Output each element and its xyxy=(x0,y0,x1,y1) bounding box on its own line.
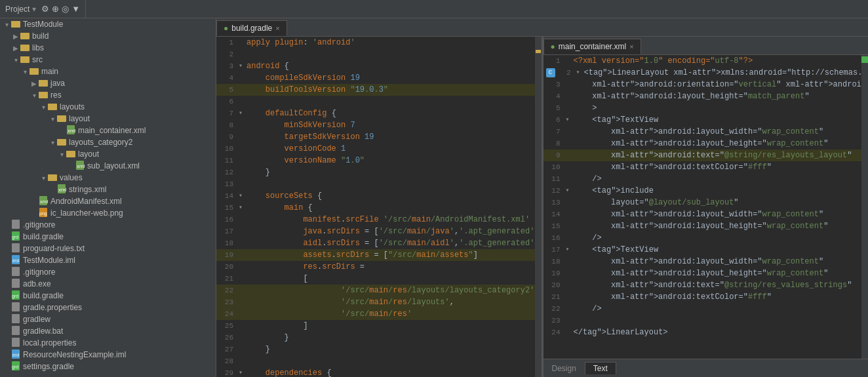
fold-arrow[interactable] xyxy=(239,320,247,332)
tree-item-build[interactable]: ▶build xyxy=(0,30,216,42)
fold-arrow[interactable] xyxy=(566,197,574,208)
fold-arrow[interactable] xyxy=(566,161,574,173)
fold-arrow[interactable] xyxy=(566,55,574,67)
tree-arrow-res[interactable]: ▾ xyxy=(30,92,38,99)
tree-item-res[interactable]: ▾res xyxy=(0,89,216,101)
tree-arrow-src[interactable]: ▾ xyxy=(12,56,20,64)
fold-arrow[interactable]: ▾ xyxy=(239,367,247,377)
tree-item-main_container_xml[interactable]: xmlmain_container.xml xyxy=(0,125,216,136)
fold-arrow[interactable]: ▾ xyxy=(566,244,574,256)
tree-item-layout2[interactable]: ▾layout xyxy=(0,148,216,160)
fold-arrow[interactable] xyxy=(239,285,247,296)
project-tab[interactable]: Project ▾ ⚙ ⊕ ◎ ▼ xyxy=(0,0,86,18)
fold-arrow[interactable]: ▾ xyxy=(566,114,574,126)
settings-icon[interactable]: ⚙ xyxy=(41,4,49,14)
gradle-editor[interactable]: 1 apply plugin: 'android'2 3▾android {4 … xyxy=(216,37,542,377)
tree-item-ic_launcher[interactable]: pngic_launcher-web.png xyxy=(0,207,216,219)
fold-arrow[interactable] xyxy=(566,79,574,90)
tab-main-container-xml[interactable]: ● main_container.xml × xyxy=(543,39,641,54)
fold-arrow[interactable] xyxy=(566,90,574,102)
fold-arrow[interactable] xyxy=(566,291,574,303)
xml-editor[interactable]: ● main_container.xml × 1 <?xml version="… xyxy=(542,37,869,377)
tree-item-proguard[interactable]: proguard-rules.txt xyxy=(0,243,216,254)
tree-item-java[interactable]: ▶java xyxy=(0,77,216,89)
tree-item-testmodule_iml[interactable]: imlTestModule.iml xyxy=(0,254,216,266)
fold-arrow[interactable] xyxy=(566,327,574,338)
fold-arrow[interactable] xyxy=(239,308,247,320)
fold-arrow[interactable] xyxy=(239,355,247,367)
fold-arrow[interactable] xyxy=(566,256,574,268)
tree-item-gradlew_bat[interactable]: gradlew.bat xyxy=(0,325,216,337)
fold-arrow[interactable] xyxy=(239,273,247,285)
tree-item-gitignore2[interactable]: .gitignore xyxy=(0,266,216,278)
fold-arrow[interactable] xyxy=(566,208,574,220)
target-icon[interactable]: ◎ xyxy=(62,4,69,14)
tree-arrow-main[interactable]: ▾ xyxy=(21,68,29,75)
fold-arrow[interactable] xyxy=(239,261,247,273)
fold-arrow[interactable] xyxy=(239,119,247,131)
tree-item-values[interactable]: ▾values xyxy=(0,172,216,184)
tree-item-local_properties[interactable]: local.properties xyxy=(0,337,216,349)
fold-arrow[interactable] xyxy=(566,315,574,327)
tree-arrow-layouts[interactable]: ▾ xyxy=(39,104,47,111)
tree-item-layouts[interactable]: ▾layouts xyxy=(0,101,216,113)
tree-item-testmodule[interactable]: ▾TestModule xyxy=(0,18,216,30)
tab-build-gradle-close[interactable]: × xyxy=(275,24,279,32)
tree-item-gradlew[interactable]: gradlew xyxy=(0,313,216,325)
fold-arrow[interactable]: ▾ xyxy=(566,185,574,197)
tree-item-layout[interactable]: ▾layout xyxy=(0,113,216,125)
tree-item-layouts_category2[interactable]: ▾layouts_category2 xyxy=(0,136,216,148)
tree-arrow-testmodule[interactable]: ▾ xyxy=(3,21,10,28)
fold-arrow[interactable] xyxy=(239,167,247,178)
tree-item-build_gradle2[interactable]: grdbuild.gradle xyxy=(0,290,216,302)
tab-xml-close[interactable]: × xyxy=(629,43,633,50)
fold-arrow[interactable] xyxy=(239,37,247,49)
tab-text[interactable]: Text xyxy=(585,362,616,374)
fold-arrow[interactable]: ▾ xyxy=(239,60,247,72)
tree-arrow-values[interactable]: ▾ xyxy=(39,174,47,182)
fold-arrow[interactable] xyxy=(566,303,574,315)
fold-arrow[interactable] xyxy=(239,155,247,167)
fold-arrow[interactable] xyxy=(239,96,247,108)
fold-arrow[interactable] xyxy=(239,249,247,261)
fold-arrow[interactable] xyxy=(566,126,574,138)
fold-arrow[interactable] xyxy=(566,149,574,161)
tree-arrow-build[interactable]: ▶ xyxy=(12,33,20,40)
fold-arrow[interactable] xyxy=(566,232,574,244)
fold-arrow[interactable] xyxy=(239,178,247,190)
tree-arrow-layouts_category2[interactable]: ▾ xyxy=(49,139,56,146)
fold-arrow[interactable] xyxy=(239,296,247,308)
tree-item-settings_gradle[interactable]: grdsettings.gradle xyxy=(0,361,216,372)
fold-arrow[interactable] xyxy=(566,138,574,149)
tab-build-gradle[interactable]: ● build.gradle × xyxy=(216,20,287,36)
fold-arrow[interactable] xyxy=(239,226,247,237)
fold-arrow[interactable]: ▾ xyxy=(239,108,247,119)
tree-arrow-layout2[interactable]: ▾ xyxy=(58,151,66,158)
fold-arrow[interactable] xyxy=(239,332,247,344)
fold-arrow[interactable] xyxy=(239,214,247,226)
tree-item-sub_layout_xml[interactable]: xmlsub_layout.xml xyxy=(0,160,216,172)
tree-item-gitignore1[interactable]: .gitignore xyxy=(0,219,216,231)
tree-item-strings_xml[interactable]: xmlstrings.xml xyxy=(0,184,216,195)
fold-arrow[interactable] xyxy=(239,344,247,355)
dropdown-icon[interactable]: ▾ xyxy=(32,5,36,14)
fold-arrow[interactable] xyxy=(239,49,247,60)
tree-arrow-layout[interactable]: ▾ xyxy=(49,115,56,123)
tree-item-src[interactable]: ▾src xyxy=(0,54,216,66)
fold-arrow[interactable] xyxy=(566,173,574,185)
fold-arrow[interactable] xyxy=(239,72,247,84)
tree-arrow-libs[interactable]: ▶ xyxy=(12,45,20,52)
fold-arrow[interactable]: ▾ xyxy=(576,67,584,79)
fold-arrow[interactable]: ▾ xyxy=(239,190,247,202)
fold-arrow[interactable] xyxy=(239,131,247,143)
fold-arrow[interactable] xyxy=(566,220,574,232)
fold-arrow[interactable] xyxy=(239,84,247,96)
fold-arrow[interactable] xyxy=(566,102,574,114)
fold-arrow[interactable]: ▾ xyxy=(239,202,247,214)
tree-item-main[interactable]: ▾main xyxy=(0,66,216,77)
add-icon[interactable]: ⊕ xyxy=(52,4,59,14)
tree-arrow-java[interactable]: ▶ xyxy=(30,80,38,87)
tree-item-androidmanifest_xml[interactable]: xmlAndroidManifest.xml xyxy=(0,195,216,207)
tree-item-adb_exe[interactable]: adb.exe xyxy=(0,278,216,290)
more-icon[interactable]: ▼ xyxy=(71,4,80,14)
